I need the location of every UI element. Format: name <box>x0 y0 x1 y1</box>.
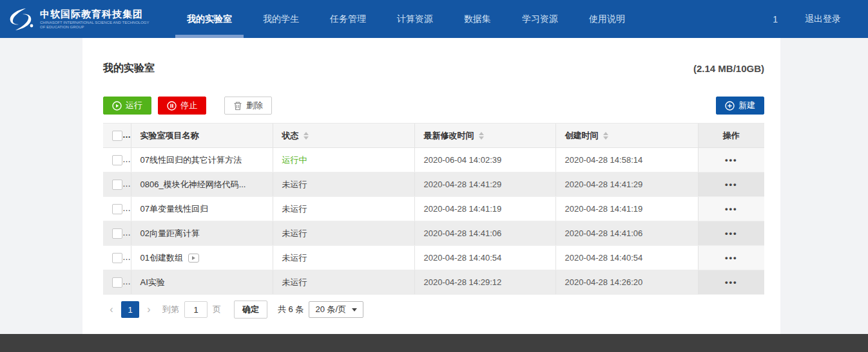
created-time: 2020-04-28 14:41:06 <box>555 221 698 246</box>
top-navbar: 中软国际教育科技集团 CHINASOFT INTERNATIONAL SCIEN… <box>0 0 868 38</box>
pagination: ‹ 1 › 到第 页 确定 共 6 条 20 条/页 <box>103 301 764 319</box>
row-actions-menu[interactable]: ••• <box>725 253 738 263</box>
project-name[interactable]: AI实验 <box>131 270 273 295</box>
logout-link[interactable]: 退出登录 <box>805 14 841 25</box>
pause-icon <box>167 101 177 111</box>
sort-icon[interactable] <box>304 132 309 140</box>
stop-button[interactable]: 停止 <box>158 97 206 115</box>
status-badge: 未运行 <box>273 221 414 246</box>
column-header-modified[interactable]: 最新修改时间 <box>414 124 555 148</box>
chevron-down-icon <box>352 308 357 311</box>
created-time: 2020-04-28 14:40:54 <box>555 246 698 270</box>
logo[interactable]: 中软国际教育科技集团 CHINASOFT INTERNATIONAL SCIEN… <box>0 0 161 38</box>
play-icon <box>112 101 122 111</box>
nav-items: 我的实验室 我的学生 任务管理 计算资源 数据集 学习资源 使用说明 <box>171 0 641 38</box>
row-checkbox[interactable] <box>112 204 122 214</box>
status-badge: 未运行 <box>273 246 414 270</box>
row-actions-menu[interactable]: ••• <box>725 180 738 189</box>
status-badge: 未运行 <box>273 270 414 295</box>
column-header-created[interactable]: 创建时间 <box>555 124 698 148</box>
row-actions-menu[interactable]: ••• <box>725 228 738 238</box>
row-actions-menu[interactable]: ••• <box>725 204 738 214</box>
created-time: 2020-04-28 14:26:20 <box>555 270 698 295</box>
table-row: 01创建数组 未运行 2020-04-28 14:40:54 2020-04-2… <box>103 246 764 270</box>
page-footer <box>0 334 868 352</box>
page-header: 我的实验室 (2.14 MB/10GB) <box>103 38 764 75</box>
total-count-label: 共 6 条 <box>278 304 304 315</box>
trash-icon <box>233 101 242 111</box>
row-checkbox[interactable] <box>112 253 122 263</box>
project-name[interactable]: 07线性回归的其它计算方法 <box>131 148 273 172</box>
video-tutorial-icon[interactable] <box>188 254 199 263</box>
goto-page-prefix: 到第 <box>162 304 179 315</box>
nav-item-task-management[interactable]: 任务管理 <box>314 0 381 38</box>
delete-button-label: 删除 <box>246 100 263 111</box>
table-row: 0806_模块化神经网络代码... 未运行 2020-04-28 14:41:2… <box>103 172 764 197</box>
page-size-value: 20 条/页 <box>315 304 346 315</box>
table-row: 07线性回归的其它计算方法 运行中 2020-06-04 14:02:39 20… <box>103 148 764 172</box>
table-row: AI实验 未运行 2020-04-28 14:29:12 2020-04-28 … <box>103 270 764 295</box>
select-all-checkbox[interactable] <box>112 131 122 141</box>
row-actions-menu[interactable]: ••• <box>725 277 738 287</box>
run-button-label: 运行 <box>126 100 142 111</box>
column-header-status[interactable]: 状态 <box>273 124 414 148</box>
column-header-name: 实验室项目名称 <box>131 124 273 148</box>
created-time: 2020-04-28 14:41:29 <box>555 172 698 197</box>
project-name[interactable]: 07单变量线性回归 <box>131 197 273 221</box>
plus-circle-icon <box>725 101 735 111</box>
project-name-text[interactable]: 01创建数组 <box>140 253 183 263</box>
project-name[interactable]: 0806_模块化神经网络代码... <box>131 172 273 197</box>
project-name[interactable]: 02向量距离计算 <box>131 221 273 246</box>
modified-time: 2020-04-28 14:41:06 <box>414 221 555 246</box>
created-time: 2020-04-28 14:58:14 <box>555 148 698 172</box>
row-checkbox[interactable] <box>112 155 122 165</box>
table-row: 02向量距离计算 未运行 2020-04-28 14:41:06 2020-04… <box>103 221 764 246</box>
page-title: 我的实验室 <box>103 62 155 75</box>
project-name[interactable]: 01创建数组 <box>131 246 273 270</box>
modified-time: 2020-06-04 14:02:39 <box>414 148 555 172</box>
sort-icon[interactable] <box>479 132 484 140</box>
modified-time: 2020-04-28 14:40:54 <box>414 246 555 270</box>
goto-page-input[interactable] <box>184 301 207 318</box>
created-time: 2020-04-28 14:41:19 <box>555 197 698 221</box>
delete-button[interactable]: 删除 <box>224 97 272 115</box>
column-header-action: 操作 <box>698 124 764 148</box>
main-content-card: 我的实验室 (2.14 MB/10GB) 运行 停止 <box>82 38 780 334</box>
row-checkbox[interactable] <box>112 277 122 288</box>
nav-item-my-students[interactable]: 我的学生 <box>247 0 314 38</box>
create-button[interactable]: 新建 <box>716 97 764 115</box>
confirm-page-button[interactable]: 确定 <box>234 301 267 319</box>
nav-item-instructions[interactable]: 使用说明 <box>574 0 641 38</box>
run-button[interactable]: 运行 <box>103 97 151 115</box>
lab-projects-table: 实验室项目名称 状态 最新修改时间 创建时间 操作 07线性回归的其它计算方法 … <box>103 123 764 295</box>
nav-item-computing-resources[interactable]: 计算资源 <box>381 0 448 38</box>
stop-button-label: 停止 <box>180 100 197 111</box>
toolbar: 运行 停止 删除 <box>103 97 764 115</box>
nav-item-learning-resources[interactable]: 学习资源 <box>506 0 574 38</box>
modified-time: 2020-04-28 14:41:19 <box>414 197 555 221</box>
nav-right: 1 退出登录 <box>773 14 868 25</box>
next-page-button[interactable]: › <box>140 301 157 318</box>
logo-subtitle: CHINASOFT INTERNATIONAL SCIENCE AND TECH… <box>40 21 149 30</box>
notification-count[interactable]: 1 <box>773 14 778 24</box>
page-number-button[interactable]: 1 <box>121 301 139 318</box>
page-size-select[interactable]: 20 条/页 <box>309 301 363 318</box>
chinasoft-logo-icon <box>6 6 35 32</box>
prev-page-button[interactable]: ‹ <box>103 301 120 318</box>
goto-page-suffix: 页 <box>213 304 221 315</box>
logo-title: 中软国际教育科技集团 <box>40 8 149 19</box>
modified-time: 2020-04-28 14:41:29 <box>414 172 555 197</box>
logo-text: 中软国际教育科技集团 CHINASOFT INTERNATIONAL SCIEN… <box>40 8 149 30</box>
row-actions-menu[interactable]: ••• <box>725 155 738 165</box>
create-button-label: 新建 <box>738 100 755 111</box>
nav-item-datasets[interactable]: 数据集 <box>448 0 506 38</box>
nav-item-my-lab[interactable]: 我的实验室 <box>171 0 247 38</box>
row-checkbox[interactable] <box>112 228 122 239</box>
table-header-row: 实验室项目名称 状态 最新修改时间 创建时间 操作 <box>103 124 764 148</box>
table-row: 07单变量线性回归 未运行 2020-04-28 14:41:19 2020-0… <box>103 197 764 221</box>
sort-icon[interactable] <box>603 132 608 140</box>
row-checkbox[interactable] <box>112 180 122 190</box>
storage-usage: (2.14 MB/10GB) <box>693 63 764 74</box>
status-badge: 运行中 <box>273 148 414 172</box>
modified-time: 2020-04-28 14:29:12 <box>414 270 555 295</box>
